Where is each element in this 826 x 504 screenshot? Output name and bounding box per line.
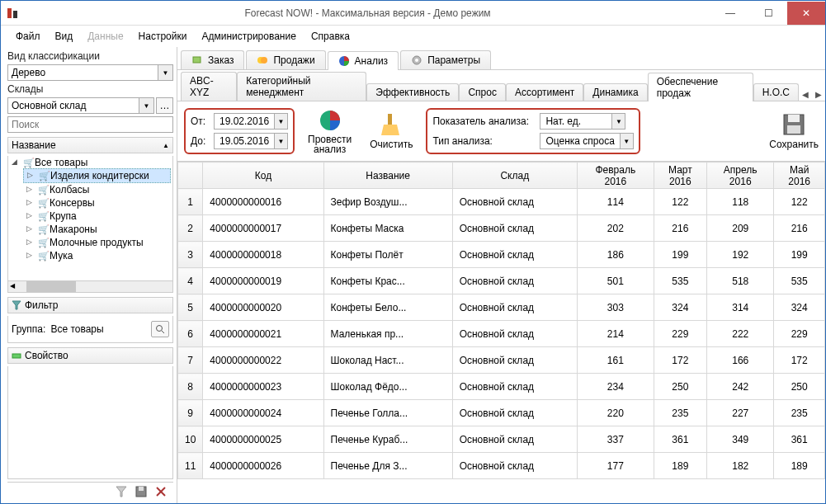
table-row[interactable]: 44000000000019Конфеты Крас...Основной ск… xyxy=(178,268,825,294)
cell-value[interactable]: 535 xyxy=(654,268,706,294)
cell-warehouse[interactable]: Основной склад xyxy=(452,242,577,268)
table-row[interactable]: 34000000000018Конфеты ПолётОсновной скла… xyxy=(178,242,825,268)
cell-warehouse[interactable]: Основной склад xyxy=(452,215,577,242)
cell-value[interactable]: 250 xyxy=(654,374,706,400)
cell-code[interactable]: 4000000000025 xyxy=(203,426,323,453)
cell-value[interactable]: 337 xyxy=(577,426,654,453)
cell-warehouse[interactable]: Основной склад xyxy=(452,374,577,400)
tree-root[interactable]: ◢🛒Все товары ▷🛒Изделия кондитерски ▷🛒Кол… xyxy=(8,156,172,263)
cell-value[interactable]: 361 xyxy=(774,426,825,453)
cell-value[interactable]: 182 xyxy=(707,453,774,479)
subtab-demand[interactable]: Спрос xyxy=(459,83,506,101)
cell-value[interactable]: 199 xyxy=(774,242,825,268)
cell-value[interactable]: 216 xyxy=(774,215,825,242)
subtab-supply[interactable]: Обеспечение продаж xyxy=(648,73,753,101)
run-analysis-button[interactable]: Провестианализ xyxy=(303,106,356,156)
filter-header[interactable]: Фильтр xyxy=(7,297,173,313)
group-search-button[interactable] xyxy=(151,321,169,337)
subtab-category[interactable]: Категорийный менеджмент xyxy=(237,72,366,101)
warehouse-browse-button[interactable]: … xyxy=(156,97,173,114)
product-tree[interactable]: ◢🛒Все товары ▷🛒Изделия кондитерски ▷🛒Кол… xyxy=(7,156,173,293)
cell-code[interactable]: 4000000000018 xyxy=(203,242,323,268)
cell-value[interactable]: 209 xyxy=(707,215,774,242)
cell-value[interactable]: 220 xyxy=(577,400,654,426)
tab-order[interactable]: Заказ xyxy=(181,50,244,69)
cell-code[interactable]: 4000000000021 xyxy=(203,321,323,347)
table-row[interactable]: 74000000000022Шоколад Наст...Основной ск… xyxy=(178,347,825,374)
save-layout-icon[interactable] xyxy=(135,486,147,497)
cell-warehouse[interactable]: Основной склад xyxy=(452,268,577,294)
cell-name[interactable]: Шоколад Фёдо... xyxy=(323,374,452,400)
subtab-efficiency[interactable]: Эффективность xyxy=(366,83,459,101)
col-name[interactable]: Название xyxy=(323,163,452,189)
cell-value[interactable]: 229 xyxy=(654,321,706,347)
chevron-down-icon[interactable]: ▼ xyxy=(139,97,154,114)
cell-value[interactable]: 324 xyxy=(654,294,706,321)
subtab-assortment[interactable]: Ассортимент xyxy=(506,83,583,101)
cell-value[interactable]: 222 xyxy=(707,321,774,347)
cell-value[interactable]: 349 xyxy=(707,426,774,453)
subtab-dynamics[interactable]: Динамика xyxy=(583,83,647,101)
cell-code[interactable]: 4000000000024 xyxy=(203,400,323,426)
cell-value[interactable]: 192 xyxy=(707,242,774,268)
cell-value[interactable]: 161 xyxy=(577,347,654,374)
cell-name[interactable]: Шоколад Наст... xyxy=(323,347,452,374)
cell-value[interactable]: 114 xyxy=(577,189,654,215)
cell-value[interactable]: 186 xyxy=(577,242,654,268)
cell-value[interactable]: 314 xyxy=(707,294,774,321)
tree-item[interactable]: ▷🛒Колбасы xyxy=(23,183,171,196)
cell-warehouse[interactable]: Основной склад xyxy=(452,294,577,321)
tab-params[interactable]: Параметры xyxy=(400,50,491,69)
col-month-4[interactable]: Май2016 xyxy=(774,163,825,189)
cell-value[interactable]: 501 xyxy=(577,268,654,294)
cell-value[interactable]: 250 xyxy=(774,374,825,400)
col-rownum[interactable] xyxy=(178,163,203,189)
to-date[interactable]: 19.05.2016▼ xyxy=(214,133,288,149)
table-row[interactable]: 54000000000020Конфеты Бело...Основной ск… xyxy=(178,294,825,321)
cell-code[interactable]: 4000000000016 xyxy=(203,189,323,215)
cell-value[interactable]: 189 xyxy=(654,453,706,479)
cell-value[interactable]: 122 xyxy=(654,189,706,215)
table-row[interactable]: 114000000000026Печенье Для З...Основной … xyxy=(178,453,825,479)
cell-name[interactable]: Печенье Кураб... xyxy=(323,426,452,453)
table-row[interactable]: 94000000000024Печенье Голла...Основной с… xyxy=(178,400,825,426)
close-button[interactable]: ✕ xyxy=(787,2,825,25)
delete-layout-icon[interactable] xyxy=(155,486,167,497)
property-header[interactable]: Свойство xyxy=(7,347,173,364)
cell-name[interactable]: Конфеты Крас... xyxy=(323,268,452,294)
subtab-noc[interactable]: Н.О.С xyxy=(753,83,799,101)
cell-value[interactable]: 172 xyxy=(774,347,825,374)
tree-item[interactable]: ▷🛒Консервы xyxy=(23,196,171,210)
cell-value[interactable]: 324 xyxy=(774,294,825,321)
cell-warehouse[interactable]: Основной склад xyxy=(452,347,577,374)
cell-name[interactable]: Печенье Для З... xyxy=(323,453,452,479)
subtab-prev[interactable]: ◀ xyxy=(799,88,812,101)
cell-value[interactable]: 118 xyxy=(707,189,774,215)
cell-value[interactable]: 122 xyxy=(774,189,825,215)
reset-filter-icon[interactable] xyxy=(116,486,127,497)
cell-name[interactable]: Маленькая пр... xyxy=(323,321,452,347)
cell-value[interactable]: 189 xyxy=(774,453,825,479)
subtab-next[interactable]: ▶ xyxy=(812,88,825,101)
cell-code[interactable]: 4000000000022 xyxy=(203,347,323,374)
cell-name[interactable]: Конфеты Маска xyxy=(323,215,452,242)
table-row[interactable]: 24000000000017Конфеты МаскаОсновной скла… xyxy=(178,215,825,242)
table-row[interactable]: 14000000000016Зефир Воздуш...Основной ск… xyxy=(178,189,825,215)
cell-warehouse[interactable]: Основной склад xyxy=(452,321,577,347)
tab-analysis[interactable]: Анализ xyxy=(328,51,399,70)
cell-name[interactable]: Конфеты Бело... xyxy=(323,294,452,321)
cell-value[interactable]: 177 xyxy=(577,453,654,479)
chevron-down-icon[interactable]: ▼ xyxy=(158,64,173,81)
cell-warehouse[interactable]: Основной склад xyxy=(452,453,577,479)
save-button[interactable]: Сохранить xyxy=(769,112,819,150)
cell-code[interactable]: 4000000000017 xyxy=(203,215,323,242)
menu-data[interactable]: Данные xyxy=(81,29,130,44)
clear-button[interactable]: Очистить xyxy=(365,111,418,152)
indicator-select[interactable]: Нат. ед.▼ xyxy=(540,113,625,130)
col-code[interactable]: Код xyxy=(203,163,323,189)
tree-scrollbar[interactable]: ◀ xyxy=(8,280,172,292)
cell-value[interactable]: 235 xyxy=(654,400,706,426)
cell-value[interactable]: 166 xyxy=(707,347,774,374)
cell-name[interactable]: Конфеты Полёт xyxy=(323,242,452,268)
cell-value[interactable]: 242 xyxy=(707,374,774,400)
